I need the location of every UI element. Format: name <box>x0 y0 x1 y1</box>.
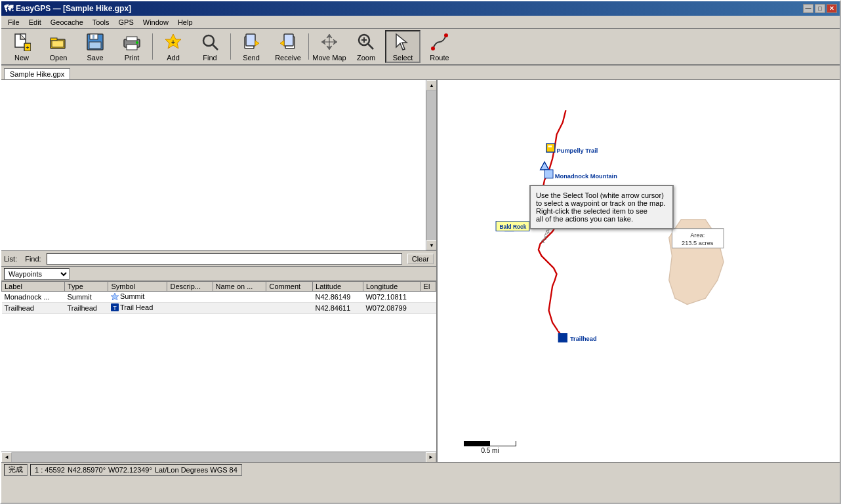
add-label: Add <box>167 54 180 62</box>
close-button[interactable]: ✕ <box>827 4 837 13</box>
route-label: Route <box>430 54 449 62</box>
svg-rect-11 <box>92 35 94 39</box>
cell-label: Monadnock ... <box>2 292 65 303</box>
receive-button[interactable]: Receive <box>270 30 306 63</box>
svg-text:Pumpelly Trail: Pumpelly Trail <box>557 147 598 154</box>
title-bar: 🗺 EasyGPS — [Sample Hike.gpx] — □ ✕ <box>1 1 840 16</box>
menu-window[interactable]: Window <box>139 18 173 27</box>
find-label: Find <box>203 54 216 62</box>
menu-file[interactable]: File <box>4 18 24 27</box>
print-button[interactable]: Print <box>114 30 150 63</box>
add-button[interactable]: + Add <box>155 30 191 63</box>
zoom-button[interactable]: Zoom <box>348 30 384 63</box>
new-label: New <box>14 54 29 62</box>
svg-text:+: + <box>171 39 175 46</box>
cell-longitude: W072.10811 <box>363 292 420 303</box>
table-row[interactable]: Trailhead Trailhead T Trail Head <box>2 303 436 314</box>
send-icon <box>241 31 262 52</box>
scale-bar: 0.5 mi <box>464 441 516 454</box>
cell-nameon <box>213 292 266 303</box>
waypoints-dropdown[interactable]: Waypoints Tracks Routes <box>4 268 70 280</box>
menu-gps[interactable]: GPS <box>115 18 138 27</box>
svg-point-18 <box>203 35 214 46</box>
select-button[interactable]: Select <box>385 30 420 63</box>
receive-icon <box>277 31 298 52</box>
tab-sample-hike[interactable]: Sample Hike.gpx <box>4 68 70 79</box>
map-view-blank: ▲ ▼ <box>1 80 436 251</box>
svg-rect-55 <box>558 334 567 342</box>
maximize-button[interactable]: □ <box>815 4 825 13</box>
movemap-button[interactable]: Move Map <box>312 30 347 63</box>
route-button[interactable]: Route <box>422 30 457 63</box>
tooltip-line2: to select a waypoint or track on the map… <box>536 199 667 207</box>
main-content: ▲ ▼ List: Find: Clear Waypoints <box>1 80 840 476</box>
toolbar: + New Open <box>1 29 840 66</box>
table-row[interactable]: Monadnock ... Summit Summit <box>2 292 436 303</box>
list-label: List: <box>4 255 17 263</box>
data-table: Label Type Symbol Descrip... Name on ...… <box>1 281 436 452</box>
cell-latitude: N42.86149 <box>313 292 363 303</box>
cell-type: Trailhead <box>64 303 108 314</box>
send-button[interactable]: Send <box>234 30 269 63</box>
waypoints-row: Waypoints Tracks Routes <box>1 267 436 281</box>
scroll-up-button[interactable]: ▲ <box>426 80 436 90</box>
menu-geocache[interactable]: Geocache <box>47 18 87 27</box>
new-button[interactable]: + New <box>4 30 39 63</box>
cell-symbol: Summit <box>108 292 167 303</box>
minimize-button[interactable]: — <box>803 4 813 13</box>
cell-el <box>420 303 436 314</box>
save-icon <box>85 31 106 52</box>
print-icon <box>121 31 142 52</box>
col-type: Type <box>64 282 108 292</box>
svg-line-19 <box>213 45 218 50</box>
save-button[interactable]: Save <box>77 30 113 63</box>
svg-text:T: T <box>113 305 117 311</box>
scroll-left-button[interactable]: ◄ <box>1 452 12 463</box>
app-icon: 🗺 <box>4 3 13 14</box>
svg-point-34 <box>444 33 448 37</box>
tooltip-line3: Right-click the selected item to see <box>536 207 667 215</box>
scale-label: 0.5 mi <box>481 447 499 454</box>
status-bar: 完成 1 : 45592 N42.85970° W072.12349° Lat/… <box>1 462 840 476</box>
open-icon <box>48 31 69 52</box>
map-panel[interactable]: Area: 213.5 acres Pumpelly Trail Monadno… <box>438 80 840 462</box>
title-bar-left: 🗺 EasyGPS — [Sample Hike.gpx] <box>4 3 131 14</box>
save-label: Save <box>87 54 103 62</box>
svg-rect-42 <box>546 144 555 152</box>
col-latitude: Latitude <box>313 282 363 292</box>
menu-bar: File Edit Geocache Tools GPS Window Help <box>1 16 840 29</box>
svg-rect-43 <box>550 145 552 147</box>
scroll-down-button[interactable]: ▼ <box>426 240 436 250</box>
horizontal-scrollbar[interactable]: ◄ ► <box>1 452 436 462</box>
svg-marker-25 <box>280 41 284 46</box>
scroll-right-button[interactable]: ► <box>426 452 436 463</box>
cell-comment <box>266 303 313 314</box>
cell-longitude: W072.08799 <box>363 303 420 314</box>
tooltip-line4: all of the actions you can take. <box>536 215 667 223</box>
open-button[interactable]: Open <box>41 30 76 63</box>
svg-rect-24 <box>284 34 293 46</box>
left-panel: ▲ ▼ List: Find: Clear Waypoints <box>1 80 438 462</box>
clear-button[interactable]: Clear <box>407 254 434 264</box>
svg-line-29 <box>368 44 373 49</box>
status-scale: 1 : 45592 N42.85970° W072.12349° Lat/Lon… <box>30 464 242 476</box>
select-label: Select <box>393 54 413 62</box>
menu-help[interactable]: Help <box>174 18 197 27</box>
cell-descrip <box>167 303 213 314</box>
cell-symbol: T Trail Head <box>108 303 167 314</box>
vertical-scrollbar[interactable]: ▲ ▼ <box>426 80 436 250</box>
title-bar-controls: — □ ✕ <box>803 4 837 13</box>
find-button[interactable]: Find <box>192 30 228 63</box>
svg-point-15 <box>136 41 138 44</box>
cell-type: Summit <box>64 292 108 303</box>
svg-rect-47 <box>544 170 553 178</box>
menu-tools[interactable]: Tools <box>89 18 113 27</box>
find-input[interactable] <box>47 253 402 265</box>
print-label: Print <box>125 54 140 62</box>
movemap-label: Move Map <box>312 54 346 62</box>
find-label: Find: <box>25 255 41 263</box>
cell-nameon <box>213 303 266 314</box>
col-descrip: Descrip... <box>167 282 213 292</box>
movemap-icon <box>319 31 340 52</box>
menu-edit[interactable]: Edit <box>25 18 45 27</box>
